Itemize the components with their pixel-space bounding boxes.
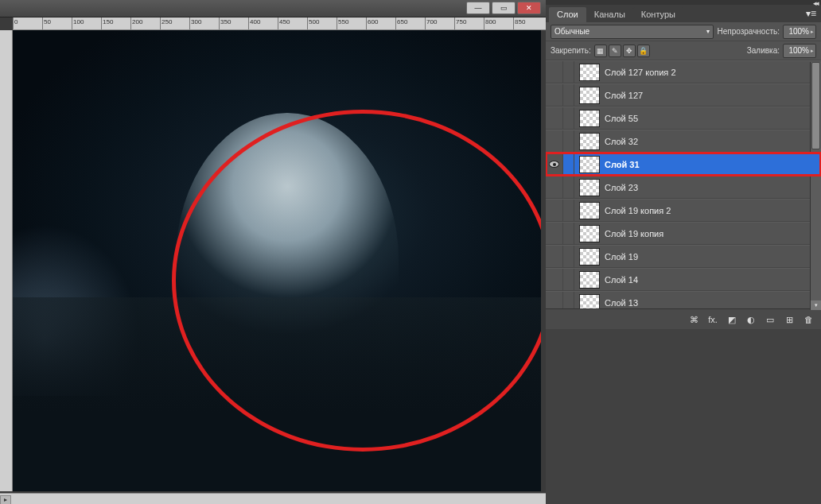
visibility-toggle[interactable] [546, 107, 563, 129]
link-column[interactable] [563, 153, 574, 175]
panel-menu-icon[interactable]: ▾≡ [801, 5, 821, 22]
ruler-mark: 750 [456, 18, 466, 25]
adjustment-layer-icon[interactable]: ◐ [743, 312, 759, 327]
link-column[interactable] [563, 269, 574, 290]
layers-panel: ◂◂ Слои Каналы Контуры ▾≡ Обычные ▾ Непр… [546, 0, 821, 504]
layers-list[interactable]: Слой 127 копия 2Слой 127Слой 55Слой 32Сл… [546, 60, 821, 308]
link-column[interactable] [563, 130, 574, 152]
layer-row[interactable]: Слой 19 копия 2 [546, 199, 821, 222]
visibility-toggle[interactable] [546, 246, 563, 267]
visibility-toggle[interactable] [546, 269, 563, 290]
layer-thumbnail[interactable] [579, 271, 600, 289]
lock-transparent-icon[interactable]: ▦ [594, 45, 607, 57]
panel-tabs: Слои Каналы Контуры ▾≡ [546, 5, 821, 22]
link-column[interactable] [563, 292, 574, 308]
artwork-element-figure [176, 113, 399, 407]
layer-row[interactable]: Слой 127 [546, 83, 821, 107]
layer-name[interactable]: Слой 55 [605, 114, 816, 123]
layer-row[interactable]: Слой 55 [546, 107, 821, 130]
scrollbar-thumb[interactable] [811, 62, 820, 149]
layer-row[interactable]: Слой 13 [546, 291, 821, 308]
lock-position-icon[interactable]: ✥ [623, 45, 636, 57]
visibility-toggle[interactable] [546, 176, 563, 198]
fill-label: Заливка: [747, 46, 780, 55]
horizontal-ruler[interactable]: 0501001502002503003504004505005506006507… [13, 17, 546, 30]
layer-name[interactable]: Слой 19 [605, 252, 816, 262]
link-column[interactable] [563, 246, 574, 267]
delete-layer-icon[interactable]: 🗑 [800, 312, 816, 327]
link-column[interactable] [563, 176, 574, 198]
visibility-toggle[interactable] [546, 223, 563, 244]
group-layers-icon[interactable]: ▭ [762, 312, 778, 327]
layer-thumbnail[interactable] [579, 202, 600, 219]
lock-label: Закрепить: [551, 46, 591, 55]
vertical-ruler[interactable] [0, 30, 13, 491]
layer-name[interactable]: Слой 14 [605, 275, 816, 285]
link-column[interactable] [563, 223, 574, 244]
layers-scrollbar[interactable]: ▾ [810, 62, 821, 310]
layer-name[interactable]: Слой 32 [605, 137, 816, 146]
panel-grip[interactable]: ◂◂ [546, 0, 821, 5]
layer-name[interactable]: Слой 127 копия 2 [605, 68, 816, 77]
ruler-mark: 700 [426, 18, 437, 25]
opacity-input[interactable]: 100%▸ [783, 25, 816, 39]
canvas[interactable] [13, 30, 541, 491]
layer-thumbnail[interactable] [579, 110, 600, 127]
maximize-button[interactable]: ▭ [492, 2, 516, 14]
visibility-toggle[interactable] [546, 200, 563, 221]
layer-row[interactable]: Слой 127 копия 2 [546, 60, 821, 83]
link-column[interactable] [563, 61, 574, 83]
layer-name[interactable]: Слой 19 копия [605, 229, 816, 238]
layer-fx-icon[interactable]: fx. [705, 312, 721, 327]
lock-pixels-icon[interactable]: ✎ [609, 45, 621, 57]
layer-name[interactable]: Слой 127 [605, 91, 816, 100]
tab-layers[interactable]: Слои [549, 7, 586, 22]
add-mask-icon[interactable]: ◩ [724, 312, 740, 327]
new-layer-icon[interactable]: ⊞ [781, 312, 797, 327]
visibility-toggle[interactable] [546, 153, 563, 175]
link-column[interactable] [563, 200, 574, 221]
layer-name[interactable]: Слой 19 копия 2 [605, 206, 816, 215]
close-button[interactable]: ✕ [517, 2, 541, 14]
blend-opacity-row: Обычные ▾ Непрозрачность: 100%▸ [546, 22, 821, 41]
fill-input[interactable]: 100%▸ [783, 44, 816, 58]
layer-row[interactable]: Слой 31 [546, 153, 821, 176]
layer-row[interactable]: Слой 14 [546, 268, 821, 291]
window-title-bar[interactable]: — ▭ ✕ [0, 0, 546, 17]
layer-thumbnail[interactable] [579, 156, 600, 173]
blend-mode-dropdown[interactable]: Обычные ▾ [551, 25, 714, 39]
scroll-down-icon[interactable]: ▾ [811, 300, 821, 310]
visibility-toggle[interactable] [546, 84, 563, 106]
link-column[interactable] [563, 84, 574, 106]
lock-all-icon[interactable]: 🔒 [637, 45, 650, 57]
visibility-toggle[interactable] [546, 130, 563, 152]
layer-thumbnail[interactable] [579, 248, 600, 266]
panel-collapse-icon[interactable]: ◂◂ [813, 0, 818, 7]
layer-row[interactable]: Слой 23 [546, 176, 821, 199]
document-image [13, 30, 541, 491]
layer-thumbnail[interactable] [579, 294, 600, 309]
layer-name[interactable]: Слой 13 [605, 298, 816, 308]
layer-thumbnail[interactable] [579, 87, 600, 104]
tab-paths[interactable]: Контуры [633, 7, 683, 22]
layer-thumbnail[interactable] [579, 179, 600, 196]
scroll-left-arrow-icon[interactable]: ▸ [0, 495, 11, 504]
layer-name[interactable]: Слой 23 [605, 183, 816, 192]
link-column[interactable] [563, 107, 574, 129]
ruler-mark: 200 [132, 18, 142, 25]
layer-thumbnail[interactable] [579, 133, 600, 150]
layer-row[interactable]: Слой 19 копия [546, 222, 821, 245]
layer-thumbnail[interactable] [579, 225, 600, 242]
layer-row[interactable]: Слой 32 [546, 130, 821, 153]
layer-name[interactable]: Слой 31 [605, 160, 816, 169]
minimize-button[interactable]: — [466, 2, 490, 14]
horizontal-scrollbar[interactable]: ▸ [0, 493, 546, 504]
layer-row[interactable]: Слой 19 [546, 245, 821, 268]
document-window: — ▭ ✕ 0501001502002503003504004505005506… [0, 0, 546, 504]
visibility-toggle[interactable] [546, 292, 563, 308]
panel-empty-area [546, 329, 821, 504]
link-layers-icon[interactable]: ⌘ [686, 312, 702, 327]
visibility-toggle[interactable] [546, 61, 563, 83]
layer-thumbnail[interactable] [579, 64, 600, 81]
tab-channels[interactable]: Каналы [586, 7, 633, 22]
